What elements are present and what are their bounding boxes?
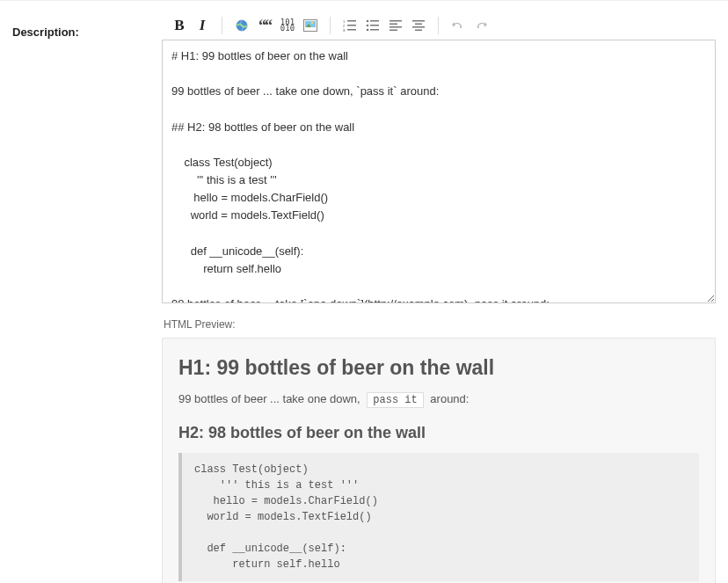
- svg-point-11: [367, 20, 369, 23]
- preview-h1: H1: 99 bottles of beer on the wall: [178, 356, 699, 380]
- svg-rect-10: [347, 29, 356, 31]
- html-preview: H1: 99 bottles of beer on the wall 99 bo…: [162, 338, 716, 583]
- svg-rect-8: [347, 20, 356, 22]
- globe-icon: [235, 18, 249, 33]
- toolbar-separator: [222, 17, 222, 34]
- editor-toolbar: B I ““ 101 010: [162, 11, 716, 40]
- preview-text: 99 bottles of beer ... take one down,: [178, 392, 363, 405]
- list-ol-icon: 1 2 3: [343, 19, 357, 32]
- description-textarea[interactable]: [162, 40, 716, 303]
- svg-rect-16: [370, 29, 379, 31]
- preview-text: around:: [427, 392, 470, 405]
- svg-text:3: 3: [343, 28, 346, 32]
- svg-rect-15: [370, 25, 379, 26]
- undo-icon: [451, 19, 465, 32]
- svg-rect-24: [415, 30, 422, 32]
- svg-rect-21: [412, 20, 425, 22]
- align-left-button[interactable]: [387, 17, 404, 34]
- svg-rect-18: [389, 24, 397, 26]
- image-button[interactable]: [302, 17, 319, 34]
- preview-label: HTML Preview:: [164, 318, 716, 331]
- toolbar-separator: [438, 17, 439, 34]
- field-column: B I ““ 101 010: [162, 11, 716, 583]
- svg-rect-9: [347, 25, 356, 26]
- align-center-button[interactable]: [410, 17, 427, 34]
- list-ul-icon: [366, 19, 380, 32]
- align-left-icon: [389, 19, 403, 32]
- svg-rect-23: [412, 26, 425, 28]
- svg-rect-22: [415, 24, 422, 26]
- redo-button[interactable]: [472, 17, 490, 34]
- svg-point-12: [367, 25, 369, 27]
- blockquote-button[interactable]: ““: [256, 17, 273, 34]
- undo-button[interactable]: [449, 17, 467, 34]
- svg-rect-19: [389, 26, 402, 28]
- field-label: Description:: [12, 26, 79, 39]
- image-icon: [303, 19, 317, 32]
- inline-code: pass it: [367, 392, 423, 408]
- svg-rect-20: [389, 30, 397, 32]
- align-center-icon: [411, 19, 426, 32]
- link-button[interactable]: [233, 17, 251, 34]
- code-button[interactable]: 101 010: [279, 17, 296, 34]
- redo-icon: [474, 19, 488, 32]
- label-column: Description:: [12, 11, 162, 583]
- bold-button[interactable]: B: [171, 17, 188, 34]
- preview-codeblock: class Test(object) ''' this is a test ''…: [178, 453, 699, 581]
- italic-button[interactable]: I: [193, 17, 211, 34]
- preview-h2: H2: 98 bottles of beer on the wall: [178, 424, 699, 442]
- svg-point-13: [367, 29, 369, 32]
- description-field-row: Description: B I ““ 101 010: [0, 0, 728, 583]
- unordered-list-button[interactable]: [364, 17, 382, 34]
- svg-point-4: [311, 22, 313, 24]
- svg-rect-14: [370, 20, 379, 22]
- ordered-list-button[interactable]: 1 2 3: [341, 17, 359, 34]
- svg-rect-17: [389, 20, 402, 22]
- toolbar-separator: [330, 17, 331, 34]
- preview-paragraph: 99 bottles of beer ... take one down, pa…: [178, 392, 699, 406]
